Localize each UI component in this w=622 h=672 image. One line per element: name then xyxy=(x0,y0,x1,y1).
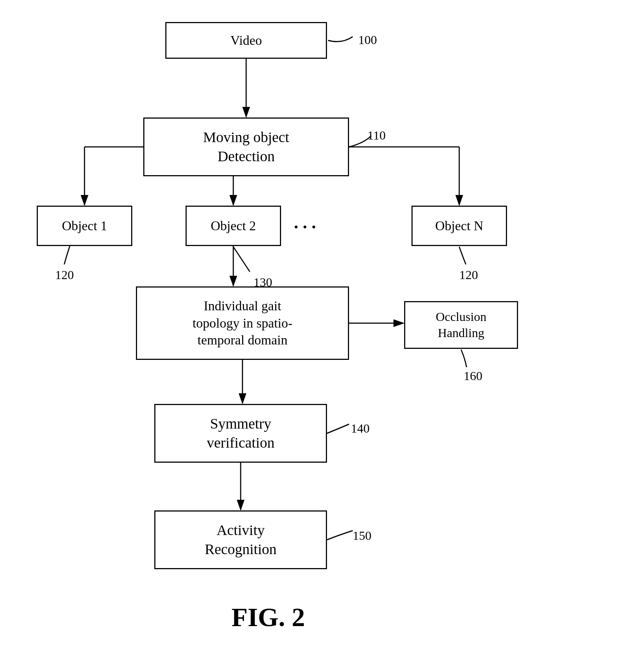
label-120b: 120 xyxy=(459,268,478,282)
object2-box: Object 2 xyxy=(186,206,281,246)
ellipsis: · · · xyxy=(294,217,316,237)
activity-box: ActivityRecognition xyxy=(154,510,327,569)
label-120a: 120 xyxy=(55,268,74,282)
label-100: 100 xyxy=(358,33,377,47)
activity-label: ActivityRecognition xyxy=(205,521,277,559)
video-label: Video xyxy=(230,32,262,49)
video-box: Video xyxy=(165,22,327,59)
gait-box: Individual gaittopology in spatio-tempor… xyxy=(136,286,349,360)
moving-object-label: Moving objectDetection xyxy=(203,128,289,166)
symmetry-box: Symmetryverification xyxy=(154,404,327,463)
label-130: 130 xyxy=(254,275,272,289)
figure-caption: FIG. 2 xyxy=(176,602,360,633)
symmetry-label: Symmetryverification xyxy=(207,414,274,452)
occlusion-box: OcclusionHandling xyxy=(404,301,518,349)
moving-object-box: Moving objectDetection xyxy=(143,118,349,176)
label-150: 150 xyxy=(353,529,371,543)
diagram: Video Moving objectDetection Object 1 Ob… xyxy=(0,0,622,672)
gait-label: Individual gaittopology in spatio-tempor… xyxy=(193,297,292,349)
object1-label: Object 1 xyxy=(62,217,107,235)
object2-label: Object 2 xyxy=(211,217,256,235)
objectN-box: Object N xyxy=(411,206,507,246)
objectN-label: Object N xyxy=(435,217,483,235)
label-140: 140 xyxy=(351,422,370,436)
label-160: 160 xyxy=(464,369,482,383)
object1-box: Object 1 xyxy=(37,206,132,246)
label-110: 110 xyxy=(367,129,386,142)
occlusion-label: OcclusionHandling xyxy=(436,309,486,341)
